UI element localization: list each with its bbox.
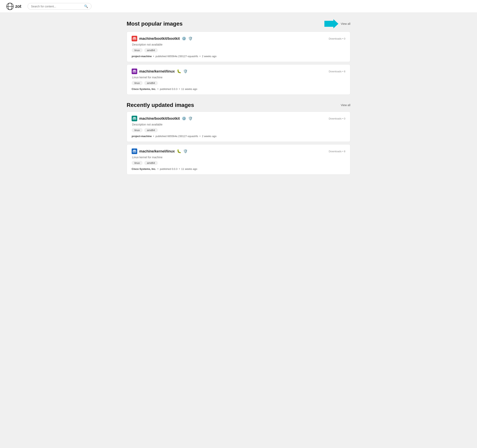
- published-info: published 665564e.230127-squashfs: [155, 135, 198, 138]
- svg-rect-5: [133, 37, 135, 39]
- svg-rect-11: [133, 150, 135, 151]
- svg-rect-7: [133, 70, 135, 71]
- section-header: Recently updated images View all: [127, 102, 350, 108]
- image-card[interactable]: machine/bootkit/bootkit ⚙️ 🛡️ Downloads …: [127, 32, 350, 62]
- card-description: Description not available: [132, 43, 345, 46]
- shield-x-icon: 🛡️: [183, 150, 188, 153]
- shield-x-icon: 🛡️: [188, 117, 193, 120]
- card-header: machine/kernel/linux 🐛 🛡️ Downloads • 8: [132, 68, 345, 74]
- downloads-label: Downloads • 8: [329, 150, 345, 153]
- card-description: Description not available: [132, 123, 345, 126]
- tag: amd64: [144, 81, 158, 85]
- card-meta: Cisco Systems, Inc. • published 0.0.3 • …: [132, 88, 345, 91]
- search-input[interactable]: [31, 5, 84, 8]
- card-title: machine/bootkit/bootkit: [139, 116, 180, 121]
- bug-icon: 🐛: [177, 150, 181, 153]
- bug-icon: 🐛: [177, 70, 181, 73]
- tag: linux: [132, 48, 143, 52]
- downloads-label: Downloads • 8: [329, 70, 345, 73]
- time-ago: 2 weeks ago: [202, 135, 216, 138]
- card-title: machine/kernel/linux: [139, 149, 175, 153]
- card-image-icon: [132, 36, 137, 41]
- tags-list: linuxamd64: [132, 48, 345, 52]
- card-header: machine/kernel/linux 🐛 🛡️ Downloads • 8: [132, 148, 345, 154]
- logo-icon: [6, 3, 14, 10]
- tag: amd64: [144, 128, 158, 132]
- card-title-group: machine/bootkit/bootkit ⚙️ 🛡️: [132, 116, 193, 121]
- section-most-popular: Most popular images View all machine/boo…: [127, 19, 350, 95]
- tag: amd64: [144, 48, 158, 52]
- view-all-button[interactable]: View all: [341, 103, 350, 107]
- card-image-icon: [132, 116, 137, 121]
- svg-rect-9: [133, 117, 135, 119]
- section-title: Recently updated images: [127, 102, 194, 108]
- section-recently-updated: Recently updated images View all machine…: [127, 102, 350, 175]
- publisher: project-machine: [132, 135, 152, 138]
- image-card[interactable]: machine/bootkit/bootkit ⚙️ 🛡️ Downloads …: [127, 111, 350, 142]
- card-title-group: machine/kernel/linux 🐛 🛡️: [132, 68, 188, 74]
- card-description: Linux kernel for machine: [132, 76, 345, 79]
- published-info: published 0.0.3: [160, 88, 177, 91]
- downloads-label: Downloads • 0: [329, 37, 345, 40]
- time-ago: 11 weeks ago: [181, 167, 197, 170]
- card-meta: Cisco Systems, Inc. • published 0.0.3 • …: [132, 167, 345, 170]
- view-all-label: View all: [341, 22, 350, 25]
- app-header: zot 🔍: [0, 0, 477, 13]
- card-title-group: machine/bootkit/bootkit ⚙️ 🛡️: [132, 36, 193, 41]
- tags-list: linuxamd64: [132, 128, 345, 132]
- image-card[interactable]: machine/kernel/linux 🐛 🛡️ Downloads • 8 …: [127, 64, 350, 95]
- card-description: Linux kernel for machine: [132, 156, 345, 159]
- tag: linux: [132, 128, 143, 132]
- search-icon: 🔍: [84, 4, 88, 8]
- publisher: Cisco Systems, Inc.: [132, 88, 156, 91]
- card-title: machine/bootkit/bootkit: [139, 36, 180, 41]
- logo-text: zot: [15, 4, 21, 9]
- card-title-group: machine/kernel/linux 🐛 🛡️: [132, 148, 188, 154]
- card-image-icon: [132, 68, 137, 74]
- search-bar[interactable]: 🔍: [28, 3, 91, 10]
- published-info: published 665564e.230127-squashfs: [155, 55, 198, 58]
- publisher: Cisco Systems, Inc.: [132, 167, 156, 170]
- shield-x-icon: 🛡️: [188, 37, 193, 40]
- svg-marker-3: [324, 19, 338, 28]
- view-all-button[interactable]: View all: [324, 19, 350, 28]
- settings-icon: ⚙️: [182, 117, 186, 120]
- tags-list: linuxamd64: [132, 161, 345, 165]
- main-content: Most popular images View all machine/boo…: [119, 13, 358, 188]
- publisher: project-machine: [132, 55, 152, 58]
- tag: linux: [132, 81, 143, 85]
- card-meta: project-machine • published 665564e.2301…: [132, 135, 345, 138]
- time-ago: 11 weeks ago: [181, 88, 197, 91]
- tag: amd64: [144, 161, 158, 165]
- published-info: published 0.0.3: [160, 167, 177, 170]
- downloads-label: Downloads • 0: [329, 117, 345, 120]
- section-title: Most popular images: [127, 21, 183, 27]
- card-title: machine/kernel/linux: [139, 69, 175, 73]
- card-image-icon: [132, 148, 137, 154]
- logo[interactable]: zot: [6, 3, 21, 10]
- card-meta: project-machine • published 665564e.2301…: [132, 55, 345, 58]
- view-all-label: View all: [341, 103, 350, 107]
- card-header: machine/bootkit/bootkit ⚙️ 🛡️ Downloads …: [132, 36, 345, 41]
- tags-list: linuxamd64: [132, 81, 345, 85]
- time-ago: 2 weeks ago: [202, 55, 216, 58]
- tag: linux: [132, 161, 143, 165]
- shield-x-icon: 🛡️: [183, 70, 188, 73]
- section-header: Most popular images View all: [127, 19, 350, 28]
- settings-icon: ⚙️: [182, 37, 186, 40]
- card-header: machine/bootkit/bootkit ⚙️ 🛡️ Downloads …: [132, 116, 345, 121]
- image-card[interactable]: machine/kernel/linux 🐛 🛡️ Downloads • 8 …: [127, 144, 350, 175]
- view-all-arrow-icon: [324, 19, 338, 28]
